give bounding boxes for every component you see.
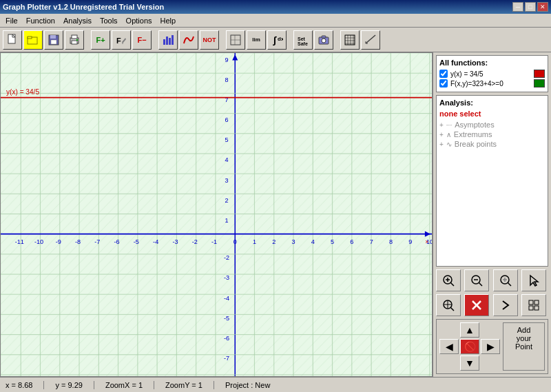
all-functions-section: All functions: y(x) = 34/5 F(x,y)=323+4>… (436, 55, 548, 92)
select-button[interactable] (521, 269, 546, 291)
svg-text:6: 6 (350, 238, 353, 245)
function-2-label: F(x,y)=323+4>=0 (450, 80, 503, 87)
svg-text:8: 8 (389, 238, 393, 245)
svg-text:-7: -7 (94, 238, 100, 245)
function-2-color (534, 79, 545, 87)
svg-rect-27 (322, 36, 326, 38)
camera-button[interactable] (314, 30, 333, 50)
all-functions-title: All functions: (439, 59, 545, 67)
svg-text:0: 0 (233, 238, 237, 245)
measure-button[interactable] (361, 30, 380, 50)
function-1-checkbox[interactable] (439, 70, 448, 78)
delete-button[interactable] (464, 294, 489, 316)
svg-text:-4: -4 (153, 238, 158, 245)
svg-rect-11 (76, 39, 78, 41)
menu-analysis[interactable]: Analysis (59, 15, 96, 26)
zoom-out-x-button[interactable] (464, 269, 489, 291)
status-zoom-x: ZoomX = 1 (105, 381, 154, 389)
svg-text:5: 5 (225, 136, 229, 143)
svg-line-130 (508, 283, 511, 287)
integral-button[interactable]: ∫dx (267, 30, 287, 50)
function-item-2: F(x,y)=323+4>=0 (439, 79, 545, 87)
graph-area[interactable]: -11 -10 -9 -8 -7 -6 -5 -4 -3 -2 -1 0 1 2… (0, 52, 433, 377)
status-y: y = 9.29 (55, 381, 94, 389)
statusbar: x = 8.68 y = 9.29 ZoomX = 1 ZoomY = 1 Pr… (0, 377, 551, 392)
open-button[interactable] (23, 30, 43, 50)
svg-text:-10: -10 (34, 238, 43, 245)
svg-text:F: F (116, 37, 121, 45)
zoom-button[interactable] (226, 30, 245, 50)
move-button[interactable] (436, 294, 461, 316)
histogram-button[interactable] (158, 30, 178, 50)
asymptotes-item[interactable]: + ··· Asymptotes (439, 121, 545, 129)
not-button[interactable]: NOT (200, 30, 219, 50)
svg-rect-17 (171, 35, 174, 45)
window-controls[interactable]: ─ □ ✕ (512, 2, 548, 12)
menu-tools[interactable]: Tools (96, 15, 122, 26)
break-icon: + (439, 141, 444, 148)
settings-button[interactable]: SetSafe (293, 30, 313, 50)
remove-function-button[interactable]: F− (132, 30, 152, 50)
grid-view-button[interactable] (521, 294, 546, 316)
app-title: Graph Plotter v1.2 Unregistered Trial Ve… (3, 3, 164, 11)
edit-function-button[interactable]: F (112, 30, 131, 50)
svg-text:2: 2 (272, 238, 276, 245)
menu-options[interactable]: Options (122, 15, 156, 26)
point-cancel-button[interactable]: 🚫 (460, 339, 479, 354)
new-button[interactable] (3, 30, 22, 50)
point-down-button[interactable]: ▼ (460, 355, 479, 371)
zoom-in-button[interactable] (436, 269, 461, 291)
svg-text:-2: -2 (224, 254, 229, 261)
svg-text:1: 1 (253, 238, 256, 245)
graph-svg: -11 -10 -9 -8 -7 -6 -5 -4 -3 -2 -1 0 1 2… (1, 53, 432, 376)
print-button[interactable] (65, 30, 84, 50)
menu-help[interactable]: Help (156, 15, 180, 26)
svg-rect-14 (163, 39, 165, 45)
titlebar: Graph Plotter v1.2 Unregistered Trial Ve… (0, 0, 551, 14)
zoom-custom-button[interactable] (493, 269, 518, 291)
svg-text:10: 10 (426, 238, 432, 245)
function-2-checkbox[interactable] (439, 79, 448, 87)
svg-line-123 (451, 283, 455, 287)
curve-button[interactable] (179, 30, 198, 50)
svg-text:-4: -4 (224, 294, 229, 301)
svg-text:-1: -1 (211, 238, 217, 245)
point-left-button[interactable]: ◀ (439, 339, 459, 354)
sidebar-buttons-row2 (436, 294, 548, 316)
menubar: File Function Analysis Tools Options Hel… (0, 14, 551, 28)
point-up-button[interactable]: ▲ (460, 322, 479, 338)
menu-file[interactable]: File (1, 15, 22, 26)
break-points-item[interactable]: + ∿ Break points (439, 140, 545, 148)
svg-rect-7 (51, 40, 56, 44)
svg-rect-6 (50, 35, 56, 39)
svg-text:Set: Set (298, 37, 306, 41)
svg-line-127 (479, 283, 483, 287)
svg-text:-6: -6 (114, 238, 120, 245)
analysis-section: Analysis: none select + ··· Asymptotes +… (436, 95, 548, 267)
right-arrow-button[interactable] (493, 294, 518, 316)
svg-rect-139 (529, 300, 533, 305)
grid-button[interactable] (340, 30, 360, 50)
menu-function[interactable]: Function (22, 15, 59, 26)
svg-text:-11: -11 (15, 238, 24, 245)
extremums-item[interactable]: + ∧ Extremums (439, 130, 545, 138)
svg-text:2: 2 (225, 197, 229, 204)
extremums-label: Extremums (454, 130, 492, 138)
svg-text:5: 5 (331, 238, 334, 245)
svg-text:3: 3 (225, 176, 229, 183)
plus-icon: + (439, 121, 444, 129)
save-button[interactable] (44, 30, 63, 50)
svg-text:4: 4 (225, 156, 229, 163)
svg-rect-9 (72, 35, 77, 39)
main-layout: -11 -10 -9 -8 -7 -6 -5 -4 -3 -2 -1 0 1 2… (0, 52, 551, 377)
point-right-button[interactable]: ▶ (481, 339, 500, 354)
minimize-button[interactable]: ─ (512, 2, 523, 12)
svg-line-134 (451, 308, 455, 311)
svg-text:-5: -5 (224, 315, 229, 322)
close-button[interactable]: ✕ (537, 2, 548, 12)
add-function-button[interactable]: F+ (91, 30, 110, 50)
function-item-1: y(x) = 34/5 (439, 70, 545, 78)
limit-button[interactable]: lim (247, 30, 266, 50)
maximize-button[interactable]: □ (525, 2, 536, 12)
svg-text:4: 4 (311, 238, 315, 245)
